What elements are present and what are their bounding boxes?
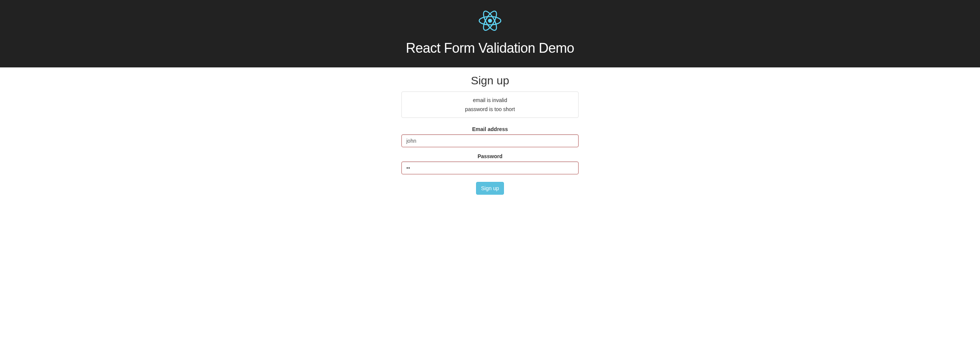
error-message: password is too short [402, 105, 578, 114]
email-label: Email address [401, 126, 579, 132]
password-group: Password [401, 153, 579, 174]
app-header: React Form Validation Demo [0, 0, 980, 67]
signup-button[interactable]: Sign up [476, 182, 504, 195]
form-title: Sign up [401, 74, 579, 87]
form-container: Sign up email is invalid password is too… [401, 67, 579, 195]
password-label: Password [401, 153, 579, 159]
error-panel: email is invalid password is too short [401, 92, 579, 118]
svg-point-0 [488, 19, 492, 23]
password-field[interactable] [401, 162, 579, 174]
logo-wrap [0, 10, 980, 33]
email-group: Email address [401, 126, 579, 147]
app-title: React Form Validation Demo [0, 40, 980, 56]
email-field[interactable] [401, 135, 579, 147]
react-logo-icon [479, 10, 501, 32]
error-message: email is invalid [402, 96, 578, 105]
